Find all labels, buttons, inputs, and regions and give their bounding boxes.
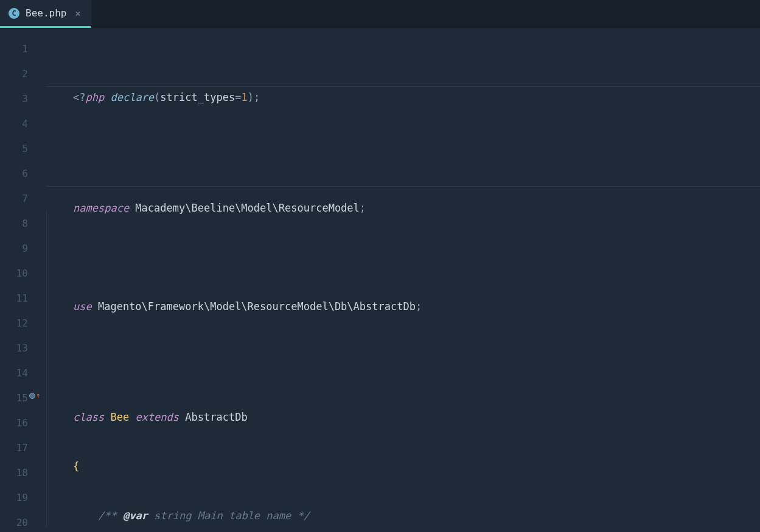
line-number: 20	[0, 510, 46, 532]
line-number: 8	[0, 211, 46, 236]
line-number: 6	[0, 161, 46, 186]
code-area[interactable]: <?php declare(strict_types=1); namespace…	[46, 28, 760, 532]
line-number: 19	[0, 485, 46, 510]
line-number: 12	[0, 311, 46, 336]
line-number: 4	[0, 111, 46, 136]
code-line	[73, 344, 760, 368]
line-number: 5	[0, 136, 46, 161]
code-line: class Bee extends AbstractDb	[73, 405, 760, 430]
tab-filename: Bee.php	[26, 7, 66, 19]
line-number: 11	[0, 286, 46, 311]
code-line	[73, 134, 760, 159]
override-marker-icon[interactable]: ↑	[29, 393, 41, 399]
code-line: namespace Macademy\Beeline\Model\Resourc…	[73, 196, 760, 221]
editor: 123456789101112131415↑1617181920 <?php d…	[0, 28, 760, 532]
close-icon[interactable]: ✕	[72, 7, 83, 20]
line-number: 14	[0, 361, 46, 385]
tab-bee-php[interactable]: C Bee.php ✕	[0, 0, 91, 28]
line-number: 16	[0, 410, 46, 435]
code-line	[73, 245, 760, 270]
tab-bar: C Bee.php ✕	[0, 0, 760, 28]
code-line: /** @var string Main table name */	[73, 503, 760, 528]
line-number: 10	[0, 261, 46, 286]
code-line: <?php declare(strict_types=1);	[73, 85, 760, 110]
line-number: 1	[0, 36, 46, 61]
line-number: 17	[0, 435, 46, 460]
line-number-gutter: 123456789101112131415↑1617181920	[0, 28, 46, 532]
line-number: 3	[0, 86, 46, 111]
line-number: 15↑	[0, 385, 46, 410]
line-number: 13	[0, 336, 46, 361]
file-type-icon: C	[9, 8, 19, 19]
line-number: 2	[0, 61, 46, 86]
line-number: 18	[0, 460, 46, 485]
line-number: 7	[0, 186, 46, 211]
line-number: 9	[0, 236, 46, 261]
code-line: use Magento\Framework\Model\ResourceMode…	[73, 294, 760, 319]
code-line: {	[73, 454, 760, 479]
